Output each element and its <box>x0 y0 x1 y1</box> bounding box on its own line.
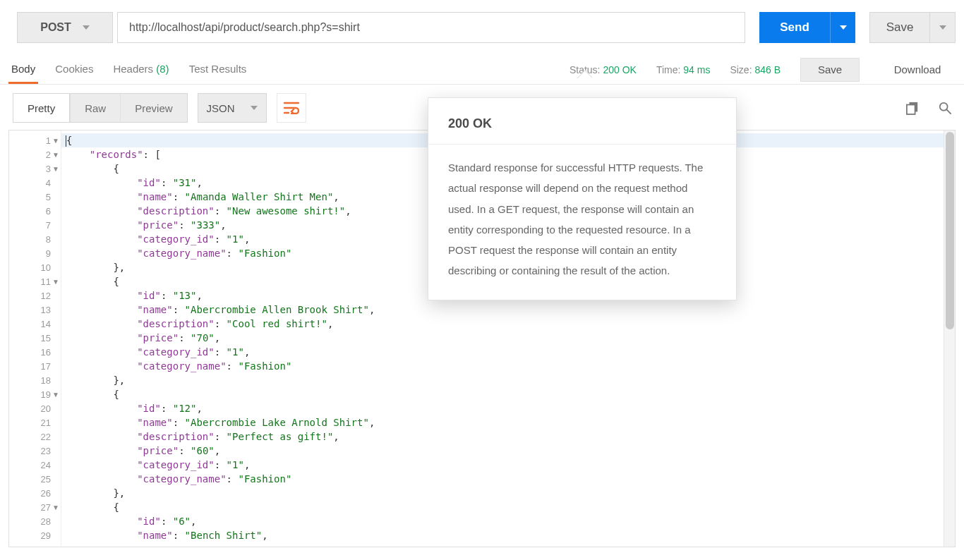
tooltip-title: 200 OK <box>448 116 716 131</box>
chevron-down-icon <box>939 25 946 30</box>
send-dropdown[interactable] <box>830 12 855 43</box>
tooltip-pointer <box>577 70 592 78</box>
search-button[interactable] <box>934 97 956 118</box>
format-label: JSON <box>207 102 235 114</box>
chevron-down-icon <box>251 106 258 110</box>
url-input[interactable] <box>128 20 735 35</box>
svg-rect-3 <box>907 105 915 115</box>
line-gutter: ▼1▼2▼345678910▼1112131415161718▼19202122… <box>9 130 61 547</box>
status-tooltip: 200 OK Standard response for successful … <box>428 97 737 300</box>
svg-line-5 <box>947 110 951 114</box>
tab-body[interactable]: Body <box>8 56 38 84</box>
chevron-down-icon <box>83 25 90 30</box>
tab-test-results[interactable]: Test Results <box>186 56 250 84</box>
copy-icon <box>906 101 919 115</box>
chevron-down-icon <box>840 25 847 30</box>
wrap-icon <box>284 102 299 114</box>
time-display: Time: 94 ms <box>656 64 711 75</box>
scrollbar[interactable] <box>944 130 955 547</box>
tooltip-body: Standard response for successful HTTP re… <box>448 157 716 281</box>
http-method-select[interactable]: POST <box>17 12 113 43</box>
download-button[interactable]: Download <box>879 58 956 82</box>
save-button[interactable]: Save <box>869 12 930 43</box>
url-field-wrapper[interactable] <box>117 12 745 43</box>
svg-point-4 <box>940 103 948 111</box>
status-value: 200 OK <box>603 64 636 75</box>
send-button[interactable]: Send <box>759 12 830 43</box>
headers-count: (8) <box>156 63 169 75</box>
save-dropdown[interactable] <box>930 12 956 43</box>
view-mode-segment: Pretty Raw Preview <box>13 93 188 123</box>
tab-headers[interactable]: Headers (8) <box>110 56 171 84</box>
view-raw[interactable]: Raw <box>70 94 120 122</box>
http-method-label: POST <box>40 21 71 34</box>
view-pretty[interactable]: Pretty <box>13 94 70 122</box>
size-display: Size: 846 B <box>730 64 781 75</box>
response-save-button[interactable]: Save <box>800 58 860 82</box>
tab-cookies[interactable]: Cookies <box>52 56 96 84</box>
wrap-lines-button[interactable] <box>277 93 306 123</box>
tooltip-divider <box>428 144 736 145</box>
search-icon <box>939 101 951 115</box>
tab-headers-label: Headers <box>113 63 153 75</box>
view-preview[interactable]: Preview <box>120 94 186 122</box>
copy-button[interactable] <box>902 97 923 118</box>
format-select[interactable]: JSON <box>198 93 267 123</box>
scroll-thumb[interactable] <box>946 132 954 329</box>
